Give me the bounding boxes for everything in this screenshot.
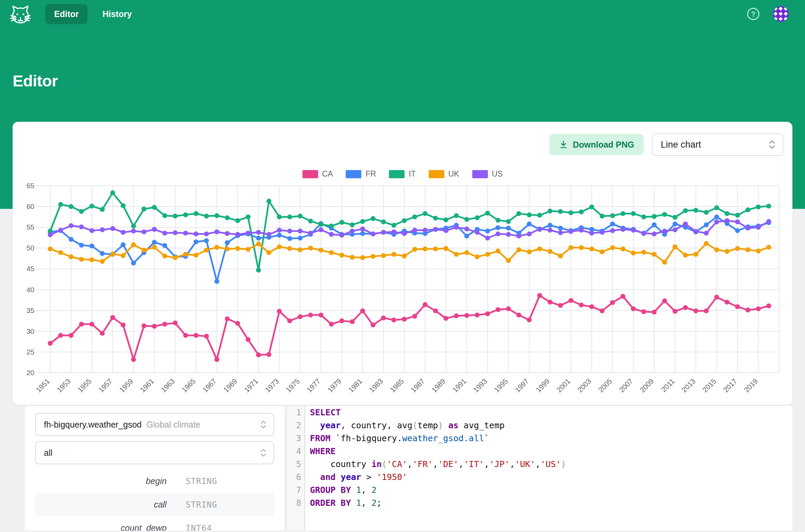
legend-swatch bbox=[302, 170, 318, 178]
svg-text:1955: 1955 bbox=[76, 377, 93, 394]
svg-text:65: 65 bbox=[27, 182, 34, 189]
svg-text:2001: 2001 bbox=[555, 377, 572, 394]
svg-text:1963: 1963 bbox=[159, 377, 176, 394]
svg-text:1985: 1985 bbox=[389, 377, 405, 394]
svg-text:1997: 1997 bbox=[513, 377, 530, 394]
legend-item-uk[interactable]: UK bbox=[429, 169, 459, 179]
svg-text:2011: 2011 bbox=[660, 377, 676, 394]
code-line: and year > '1950' bbox=[310, 471, 566, 484]
legend-label: US bbox=[492, 169, 503, 179]
avatar[interactable] bbox=[773, 6, 789, 22]
field-name: begin bbox=[35, 476, 167, 486]
svg-text:1965: 1965 bbox=[180, 377, 197, 394]
svg-text:1993: 1993 bbox=[472, 377, 489, 394]
svg-text:?: ? bbox=[751, 10, 755, 18]
svg-text:25: 25 bbox=[27, 348, 34, 356]
top-navigation-bar: EditorHistory ? bbox=[0, 0, 805, 28]
legend-item-it[interactable]: IT bbox=[389, 169, 415, 179]
svg-text:1961: 1961 bbox=[138, 377, 155, 394]
field-type: STRING bbox=[186, 500, 217, 510]
sql-code[interactable]: SELECT year, country, avg(temp) as avg_t… bbox=[305, 406, 566, 531]
nav-tab-editor[interactable]: Editor bbox=[45, 4, 87, 24]
legend-item-ca[interactable]: CA bbox=[302, 169, 333, 179]
svg-text:1953: 1953 bbox=[55, 377, 72, 394]
svg-text:1999: 1999 bbox=[534, 377, 551, 394]
line-chart: 2025303540455055606519511953195519571959… bbox=[13, 180, 792, 403]
line-number: 1 bbox=[287, 406, 301, 419]
legend-label: IT bbox=[409, 169, 415, 179]
svg-text:20: 20 bbox=[27, 369, 34, 377]
svg-text:1959: 1959 bbox=[118, 377, 134, 394]
download-png-button[interactable]: Download PNG bbox=[549, 134, 644, 155]
svg-text:2019: 2019 bbox=[742, 377, 759, 394]
svg-text:2005: 2005 bbox=[597, 377, 613, 394]
dataset-select[interactable]: fh-bigquery.weather_gsod Global climate bbox=[35, 413, 274, 436]
chevron-updown-icon bbox=[260, 420, 267, 429]
code-line: SELECT bbox=[310, 406, 566, 419]
legend-swatch bbox=[346, 170, 361, 178]
code-line: FROM `fh-bigquery.weather_gsod.all` bbox=[310, 432, 566, 445]
legend-item-us[interactable]: US bbox=[472, 169, 503, 179]
chart-type-select[interactable]: Line chart bbox=[652, 133, 783, 156]
svg-text:60: 60 bbox=[27, 202, 34, 210]
svg-text:1951: 1951 bbox=[34, 377, 51, 394]
dataset-select-hint: Global climate bbox=[146, 420, 200, 430]
line-number: 8 bbox=[287, 497, 301, 510]
nav-tab-history[interactable]: History bbox=[94, 4, 141, 24]
chevron-updown-icon bbox=[260, 448, 267, 458]
download-button-label: Download PNG bbox=[573, 140, 634, 150]
schema-panel: fh-bigquery.weather_gsod Global climate … bbox=[25, 406, 284, 531]
download-icon bbox=[559, 140, 568, 149]
svg-text:1977: 1977 bbox=[305, 377, 322, 394]
svg-text:2007: 2007 bbox=[618, 377, 634, 394]
legend-label: FR bbox=[365, 169, 376, 179]
table-select[interactable]: all bbox=[35, 441, 274, 464]
legend-item-fr[interactable]: FR bbox=[346, 169, 376, 179]
svg-text:50: 50 bbox=[27, 244, 34, 252]
svg-text:30: 30 bbox=[27, 327, 34, 335]
svg-text:2003: 2003 bbox=[576, 377, 593, 394]
svg-text:1987: 1987 bbox=[409, 377, 426, 394]
svg-text:2015: 2015 bbox=[701, 377, 718, 394]
field-row[interactable]: count_dewpINT64 bbox=[35, 516, 274, 531]
svg-text:55: 55 bbox=[27, 223, 34, 231]
chart-legend: CAFRITUKUS bbox=[13, 169, 792, 179]
svg-text:1975: 1975 bbox=[284, 377, 301, 394]
code-line: country in('CA','FR','DE','IT','JP','UK'… bbox=[310, 458, 566, 471]
legend-swatch bbox=[389, 170, 405, 178]
svg-text:2017: 2017 bbox=[722, 377, 738, 394]
cat-logo-icon bbox=[10, 4, 31, 24]
svg-text:1983: 1983 bbox=[368, 377, 384, 394]
svg-text:1995: 1995 bbox=[493, 377, 509, 394]
line-number: 5 bbox=[287, 458, 301, 471]
line-number: 3 bbox=[287, 432, 301, 445]
svg-text:1971: 1971 bbox=[243, 377, 259, 394]
help-icon[interactable]: ? bbox=[746, 7, 760, 21]
field-name: call bbox=[35, 500, 167, 510]
page-title: Editor bbox=[13, 71, 805, 90]
line-number-gutter: 12345678 bbox=[287, 406, 305, 531]
svg-text:1973: 1973 bbox=[263, 377, 280, 394]
code-line: ORDER BY 1, 2; bbox=[310, 497, 566, 510]
svg-text:1967: 1967 bbox=[201, 377, 218, 394]
svg-text:35: 35 bbox=[27, 306, 34, 314]
svg-text:1957: 1957 bbox=[97, 377, 114, 394]
sql-editor[interactable]: 12345678 SELECT year, country, avg(temp)… bbox=[287, 406, 792, 531]
code-line: year, country, avg(temp) as avg_temp bbox=[310, 419, 566, 432]
line-number: 4 bbox=[287, 445, 301, 458]
nav-tabs: EditorHistory bbox=[45, 4, 141, 24]
svg-text:1979: 1979 bbox=[326, 377, 343, 394]
chevron-updown-icon bbox=[768, 139, 776, 150]
code-line: GROUP BY 1, 2 bbox=[310, 484, 566, 497]
svg-text:1991: 1991 bbox=[451, 377, 467, 394]
legend-swatch bbox=[429, 170, 444, 178]
legend-swatch bbox=[472, 170, 488, 178]
svg-text:1981: 1981 bbox=[347, 377, 363, 394]
field-row[interactable]: callSTRING bbox=[35, 493, 274, 516]
line-number: 2 bbox=[287, 419, 301, 432]
legend-label: UK bbox=[448, 169, 459, 179]
svg-text:1989: 1989 bbox=[430, 377, 447, 394]
table-select-value: all bbox=[44, 448, 52, 458]
svg-text:40: 40 bbox=[27, 286, 34, 294]
field-row[interactable]: beginSTRING bbox=[35, 469, 274, 493]
